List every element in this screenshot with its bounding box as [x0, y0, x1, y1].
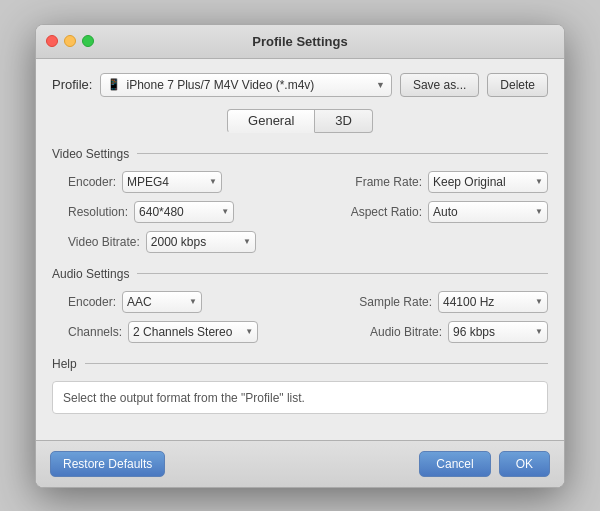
- audio-encoder-chevron-icon: ▼: [189, 297, 197, 306]
- sample-rate-chevron-icon: ▼: [535, 297, 543, 306]
- audio-settings-title: Audio Settings: [52, 267, 129, 281]
- bottom-bar: Restore Defaults Cancel OK: [36, 440, 564, 487]
- audio-bitrate-select[interactable]: 96 kbps ▼: [448, 321, 548, 343]
- aspect-ratio-select[interactable]: Auto ▼: [428, 201, 548, 223]
- bottom-right-buttons: Cancel OK: [419, 451, 550, 477]
- video-bitrate-select[interactable]: 2000 kbps ▼: [146, 231, 256, 253]
- video-row-3: Video Bitrate: 2000 kbps ▼: [52, 231, 548, 253]
- tab-3d[interactable]: 3D: [315, 109, 373, 133]
- profile-row: Profile: 📱 iPhone 7 Plus/7 M4V Video (*.…: [52, 73, 548, 97]
- aspect-ratio-label: Aspect Ratio:: [351, 205, 422, 219]
- audio-settings-section: Audio Settings Encoder: AAC ▼ Sample Rat…: [52, 267, 548, 343]
- save-as-button[interactable]: Save as...: [400, 73, 479, 97]
- video-row-1: Encoder: MPEG4 ▼ Frame Rate: Keep Origin…: [52, 171, 548, 193]
- audio-row-2: Channels: 2 Channels Stereo ▼ Audio Bitr…: [52, 321, 548, 343]
- resolution-value: 640*480: [139, 205, 184, 219]
- aspect-ratio-chevron-icon: ▼: [535, 207, 543, 216]
- profile-label: Profile:: [52, 77, 92, 92]
- chevron-down-icon: ▼: [376, 80, 385, 90]
- help-section: Help Select the output format from the "…: [52, 357, 548, 414]
- video-bitrate-chevron-icon: ▼: [243, 237, 251, 246]
- resolution-select[interactable]: 640*480 ▼: [134, 201, 234, 223]
- video-settings-section: Video Settings Encoder: MPEG4 ▼ Frame Ra…: [52, 147, 548, 253]
- encoder-value: MPEG4: [127, 175, 169, 189]
- audio-encoder-group: Encoder: AAC ▼: [68, 291, 202, 313]
- frame-rate-label: Frame Rate:: [355, 175, 422, 189]
- sample-rate-select[interactable]: 44100 Hz ▼: [438, 291, 548, 313]
- tab-general[interactable]: General: [227, 109, 315, 133]
- close-button[interactable]: [46, 35, 58, 47]
- dialog-title: Profile Settings: [252, 34, 347, 49]
- audio-settings-line: [137, 273, 548, 274]
- video-bitrate-value: 2000 kbps: [151, 235, 206, 249]
- title-bar: Profile Settings: [36, 25, 564, 59]
- video-settings-line: [137, 153, 548, 154]
- tabs-row: General 3D: [52, 109, 548, 133]
- channels-value: 2 Channels Stereo: [133, 325, 232, 339]
- encoder-select[interactable]: MPEG4 ▼: [122, 171, 222, 193]
- cancel-button[interactable]: Cancel: [419, 451, 490, 477]
- encoder-group: Encoder: MPEG4 ▼: [68, 171, 222, 193]
- help-header: Help: [52, 357, 548, 371]
- audio-row-1: Encoder: AAC ▼ Sample Rate: 44100 Hz ▼: [52, 291, 548, 313]
- sample-rate-label: Sample Rate:: [359, 295, 432, 309]
- channels-select[interactable]: 2 Channels Stereo ▼: [128, 321, 258, 343]
- video-settings-header: Video Settings: [52, 147, 548, 161]
- channels-chevron-icon: ▼: [245, 327, 253, 336]
- aspect-ratio-group: Aspect Ratio: Auto ▼: [351, 201, 548, 223]
- help-box: Select the output format from the "Profi…: [52, 381, 548, 414]
- audio-bitrate-group: Audio Bitrate: 96 kbps ▼: [370, 321, 548, 343]
- frame-rate-group: Frame Rate: Keep Original ▼: [355, 171, 548, 193]
- audio-bitrate-label: Audio Bitrate:: [370, 325, 442, 339]
- video-settings-title: Video Settings: [52, 147, 129, 161]
- frame-rate-select[interactable]: Keep Original ▼: [428, 171, 548, 193]
- content-area: Profile: 📱 iPhone 7 Plus/7 M4V Video (*.…: [36, 59, 564, 440]
- video-row-2: Resolution: 640*480 ▼ Aspect Ratio: Auto…: [52, 201, 548, 223]
- phone-icon: 📱: [107, 78, 121, 91]
- resolution-label: Resolution:: [68, 205, 128, 219]
- sample-rate-value: 44100 Hz: [443, 295, 494, 309]
- audio-encoder-value: AAC: [127, 295, 152, 309]
- restore-defaults-button[interactable]: Restore Defaults: [50, 451, 165, 477]
- frame-rate-chevron-icon: ▼: [535, 177, 543, 186]
- aspect-ratio-value: Auto: [433, 205, 458, 219]
- help-line: [85, 363, 548, 364]
- channels-group: Channels: 2 Channels Stereo ▼: [68, 321, 258, 343]
- video-bitrate-group: Video Bitrate: 2000 kbps ▼: [68, 231, 256, 253]
- ok-button[interactable]: OK: [499, 451, 550, 477]
- resolution-group: Resolution: 640*480 ▼: [68, 201, 234, 223]
- audio-settings-header: Audio Settings: [52, 267, 548, 281]
- help-text: Select the output format from the "Profi…: [63, 391, 305, 405]
- traffic-lights: [46, 35, 94, 47]
- encoder-label: Encoder:: [68, 175, 116, 189]
- help-title: Help: [52, 357, 77, 371]
- audio-bitrate-chevron-icon: ▼: [535, 327, 543, 336]
- encoder-chevron-icon: ▼: [209, 177, 217, 186]
- channels-label: Channels:: [68, 325, 122, 339]
- audio-encoder-select[interactable]: AAC ▼: [122, 291, 202, 313]
- delete-button[interactable]: Delete: [487, 73, 548, 97]
- profile-select[interactable]: 📱 iPhone 7 Plus/7 M4V Video (*.m4v) ▼: [100, 73, 391, 97]
- maximize-button[interactable]: [82, 35, 94, 47]
- minimize-button[interactable]: [64, 35, 76, 47]
- sample-rate-group: Sample Rate: 44100 Hz ▼: [359, 291, 548, 313]
- resolution-chevron-icon: ▼: [221, 207, 229, 216]
- video-bitrate-label: Video Bitrate:: [68, 235, 140, 249]
- dialog: Profile Settings Profile: 📱 iPhone 7 Plu…: [35, 24, 565, 488]
- audio-encoder-label: Encoder:: [68, 295, 116, 309]
- frame-rate-value: Keep Original: [433, 175, 506, 189]
- audio-bitrate-value: 96 kbps: [453, 325, 495, 339]
- profile-select-value: iPhone 7 Plus/7 M4V Video (*.m4v): [126, 78, 314, 92]
